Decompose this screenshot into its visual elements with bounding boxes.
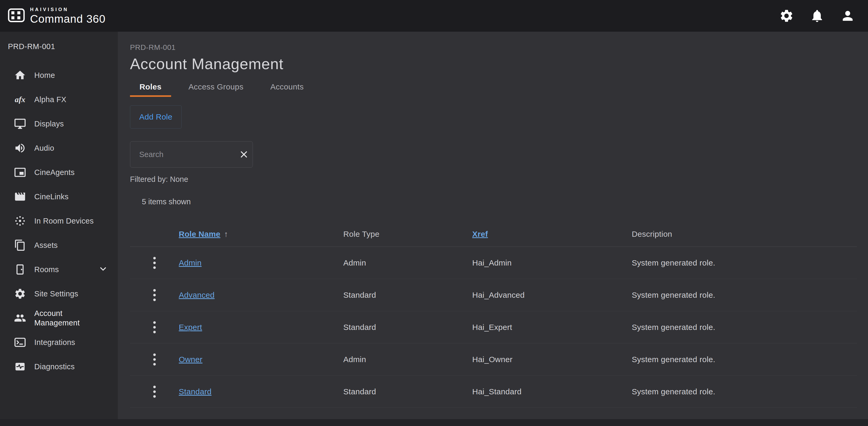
column-header-role-type: Role Type [343, 230, 472, 238]
sidebar-item-integrations[interactable]: Integrations [0, 330, 118, 354]
in-room-devices-icon [14, 215, 26, 227]
topbar-actions [779, 8, 855, 24]
description-cell: System generated role. [632, 387, 857, 396]
role-type-cell: Standard [343, 387, 472, 396]
integrations-icon [14, 336, 26, 349]
role-name-sort-link[interactable]: Role Name [179, 230, 220, 238]
column-header-description: Description [632, 230, 857, 238]
xref-cell: Hai_Owner [472, 355, 632, 364]
sidebar-nav: Home afx Alpha FX Displays Audio CineAge… [0, 63, 118, 379]
brand-name-large: Command 360 [30, 13, 105, 25]
table-row: Admin Admin Hai_Admin System generated r… [130, 247, 857, 279]
table-row: Owner Admin Hai_Owner System generated r… [130, 343, 857, 376]
row-menu-kebab-icon[interactable] [148, 384, 161, 400]
role-type-cell: Standard [343, 291, 472, 300]
sidebar-item-home[interactable]: Home [0, 63, 118, 87]
sidebar-item-in-room-devices[interactable]: In Room Devices [0, 209, 118, 233]
role-name-link[interactable]: Owner [179, 355, 203, 364]
clear-search-icon[interactable] [239, 148, 249, 161]
site-settings-icon [14, 287, 26, 300]
description-cell: System generated role. [632, 258, 857, 267]
sort-ascending-icon: ↑ [224, 230, 228, 238]
sidebar-item-displays[interactable]: Displays [0, 112, 118, 136]
rooms-icon [14, 263, 26, 276]
items-shown-text: 5 items shown [142, 197, 857, 206]
search-box [130, 141, 253, 168]
bottom-scroll-strip[interactable] [0, 419, 868, 426]
row-menu-kebab-icon[interactable] [148, 255, 161, 271]
xref-cell: Hai_Standard [472, 387, 632, 396]
sidebar-item-label: Integrations [34, 338, 75, 347]
page-title: Account Management [130, 55, 857, 73]
role-type-cell: Standard [343, 323, 472, 332]
sidebar-item-label: Diagnostics [34, 362, 74, 371]
xref-cell: Hai_Admin [472, 258, 632, 267]
person-icon[interactable] [840, 8, 855, 24]
role-name-link[interactable]: Expert [179, 323, 202, 332]
table-row: Standard Standard Hai_Standard System ge… [130, 376, 857, 408]
xref-cell: Hai_Expert [472, 323, 632, 332]
column-header-xref: Xref [472, 230, 632, 238]
sidebar-item-label: Audio [34, 143, 54, 153]
row-menu-kebab-icon[interactable] [148, 351, 161, 367]
row-menu-kebab-icon[interactable] [148, 287, 161, 303]
description-cell: System generated role. [632, 291, 857, 300]
sidebar-item-label: In Room Devices [34, 216, 94, 226]
sidebar-site-label: PRD-RM-001 [0, 32, 118, 51]
sidebar-item-label: Displays [34, 119, 64, 129]
top-bar: HAIVISION Command 360 [0, 0, 868, 32]
role-type-cell: Admin [343, 258, 472, 267]
sidebar-item-label: Account Management [34, 309, 99, 328]
sidebar-item-label: CineAgents [34, 168, 74, 177]
sidebar-item-rooms[interactable]: Rooms [0, 257, 118, 282]
account-management-icon [14, 312, 26, 324]
tab-accounts[interactable]: Accounts [261, 78, 313, 97]
diagnostics-icon [14, 360, 26, 373]
xref-sort-link[interactable]: Xref [472, 230, 488, 238]
sidebar-item-label: Alpha FX [34, 95, 66, 104]
sidebar-item-site-settings[interactable]: Site Settings [0, 282, 118, 306]
cineagents-icon [14, 166, 26, 179]
role-name-link[interactable]: Admin [179, 258, 202, 267]
chevron-down-icon[interactable] [98, 264, 108, 275]
table-row: Advanced Standard Hai_Advanced System ge… [130, 279, 857, 311]
tab-bar: Roles Access Groups Accounts [130, 78, 857, 97]
search-input[interactable] [130, 141, 239, 167]
audio-icon [14, 142, 26, 154]
brand: HAIVISION Command 360 [8, 7, 105, 25]
sidebar-item-diagnostics[interactable]: Diagnostics [0, 354, 118, 379]
displays-icon [14, 117, 26, 130]
haivision-logo-icon [8, 8, 25, 24]
sidebar-item-label: CineLinks [34, 192, 68, 201]
description-cell: System generated role. [632, 323, 857, 332]
bell-icon[interactable] [809, 8, 825, 24]
description-cell: System generated role. [632, 355, 857, 364]
table-row: Expert Standard Hai_Expert System genera… [130, 311, 857, 343]
sidebar-item-audio[interactable]: Audio [0, 136, 118, 160]
breadcrumb: PRD-RM-001 [130, 43, 857, 52]
sidebar-item-cinelinks[interactable]: CineLinks [0, 184, 118, 209]
row-menu-kebab-icon[interactable] [148, 319, 161, 335]
role-type-cell: Admin [343, 355, 472, 364]
sidebar-item-label: Home [34, 70, 55, 80]
alpha-fx-icon: afx [14, 93, 26, 106]
sidebar-item-account-management[interactable]: Account Management [0, 306, 118, 330]
gear-icon[interactable] [779, 8, 794, 24]
roles-table: Role Name↑ Role Type Xref Description Ad… [130, 222, 857, 408]
table-header-row: Role Name↑ Role Type Xref Description [130, 222, 857, 247]
sidebar-item-assets[interactable]: Assets [0, 233, 118, 257]
sidebar-item-alpha-fx[interactable]: afx Alpha FX [0, 87, 118, 112]
sidebar-item-label: Assets [34, 240, 58, 250]
role-name-link[interactable]: Standard [179, 387, 212, 396]
role-name-link[interactable]: Advanced [179, 291, 215, 299]
sidebar-item-label: Site Settings [34, 289, 78, 299]
sidebar: PRD-RM-001 Home afx Alpha FX Displays Au… [0, 32, 118, 419]
sidebar-item-cineagents[interactable]: CineAgents [0, 160, 118, 184]
tab-access-groups[interactable]: Access Groups [179, 78, 253, 97]
main-content: PRD-RM-001 Account Management Roles Acce… [118, 32, 868, 419]
add-role-button[interactable]: Add Role [130, 105, 182, 129]
xref-cell: Hai_Advanced [472, 291, 632, 300]
column-header-role-name: Role Name↑ [179, 230, 343, 238]
tab-roles[interactable]: Roles [130, 78, 171, 97]
cinelinks-icon [14, 190, 26, 203]
